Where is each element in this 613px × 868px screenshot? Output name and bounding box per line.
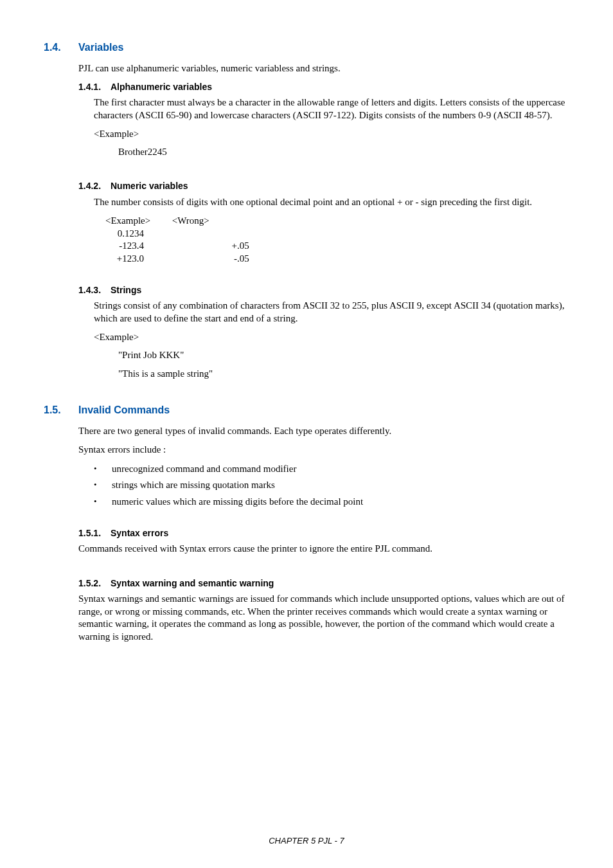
col-header-wrong: <Wrong> <box>172 215 249 228</box>
subheading-number: 1.4.3. <box>78 284 111 296</box>
subheading-title: Syntax warning and semantic warning <box>111 577 274 589</box>
bullet-icon: • <box>94 479 112 492</box>
subheading-alphanumeric: 1.4.1. Alphanumeric variables <box>78 81 569 93</box>
list-item: • numeric values which are missing digit… <box>94 496 569 509</box>
example-value: "Print Job KKK" <box>118 349 569 362</box>
subheading-number: 1.5.2. <box>78 577 111 589</box>
example-value: "This is a sample string" <box>118 368 569 381</box>
body-text: The first character must always be a cha… <box>94 96 569 122</box>
heading-number: 1.5. <box>44 404 78 417</box>
bullet-icon: • <box>94 496 112 509</box>
intro-text: Syntax errors include : <box>78 444 569 457</box>
example-label: <Example> <box>94 128 569 141</box>
cell: +123.0 <box>105 253 144 266</box>
subheading-strings: 1.4.3. Strings <box>78 284 569 296</box>
heading-invalid-commands: 1.5. Invalid Commands <box>44 404 569 417</box>
subheading-title: Alphanumeric variables <box>111 81 212 93</box>
cell: -.05 <box>147 253 249 266</box>
subheading-syntax-errors: 1.5.1. Syntax errors <box>78 527 569 539</box>
list-item: • unrecognized command and command modif… <box>94 463 569 476</box>
table-row: <Example> <Wrong> <box>105 215 569 228</box>
body-text: The number consists of digits with one o… <box>94 196 569 209</box>
col-header-example: <Example> <box>105 215 170 228</box>
body-text: Commands received with Syntax errors cau… <box>78 543 569 556</box>
cell: 0.1234 <box>105 228 144 240</box>
body-text: Strings consist of any combination of ch… <box>94 300 569 325</box>
subheading-syntax-warning: 1.5.2. Syntax warning and semantic warni… <box>78 577 569 589</box>
subheading-number: 1.4.1. <box>78 81 111 93</box>
heading-title: Invalid Commands <box>78 404 170 417</box>
subheading-numeric: 1.4.2. Numeric variables <box>78 180 569 192</box>
subheading-title: Syntax errors <box>111 527 168 539</box>
example-value: Brother2245 <box>118 146 569 159</box>
list-item-text: strings which are missing quotation mark… <box>112 479 275 492</box>
list-item-text: numeric values which are missing digits … <box>112 496 363 509</box>
subheading-number: 1.5.1. <box>78 527 111 539</box>
table-row: +123.0 -.05 <box>105 253 569 266</box>
subheading-number: 1.4.2. <box>78 180 111 192</box>
heading-title: Variables <box>78 41 123 55</box>
heading-number: 1.4. <box>44 41 78 55</box>
cell: -123.4 <box>105 240 144 253</box>
intro-text: PJL can use alphanumeric variables, nume… <box>78 62 569 75</box>
subheading-title: Strings <box>111 284 141 296</box>
subheading-title: Numeric variables <box>111 180 188 192</box>
example-label: <Example> <box>94 331 569 344</box>
heading-variables: 1.4. Variables <box>44 41 569 55</box>
cell: +.05 <box>147 240 249 253</box>
body-text: Syntax warnings and semantic warnings ar… <box>78 593 569 643</box>
table-row: 0.1234 <box>105 228 569 240</box>
bullet-icon: • <box>94 463 112 476</box>
list-item: • strings which are missing quotation ma… <box>94 479 569 492</box>
intro-text: There are two general types of invalid c… <box>78 425 569 438</box>
table-row: -123.4 +.05 <box>105 240 569 253</box>
list-item-text: unrecognized command and command modifie… <box>112 463 296 476</box>
